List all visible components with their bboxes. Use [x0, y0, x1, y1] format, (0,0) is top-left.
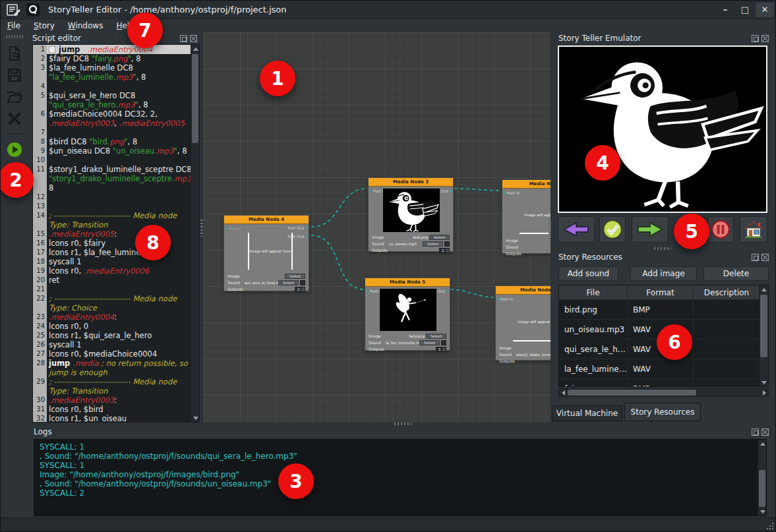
- splitter-left[interactable]: [200, 220, 203, 237]
- home-button[interactable]: [740, 216, 767, 243]
- code-line[interactable]: "qui_sera_le_hero.mp3", 8: [33, 100, 191, 109]
- back-button[interactable]: [558, 216, 595, 243]
- code-line[interactable]: Type: Transition: [33, 220, 191, 229]
- code-line[interactable]: .mediaEntry0003, .mediaEntry0005: [33, 119, 191, 128]
- code-line[interactable]: 7: [33, 128, 191, 137]
- maximize-button[interactable]: □: [736, 3, 754, 17]
- outputs-spinbox[interactable]: 1: [439, 248, 450, 253]
- scroll-thumb[interactable]: [760, 295, 767, 357]
- code-line[interactable]: 3$la_fee_luminelle DC8: [33, 63, 191, 73]
- ok-button[interactable]: [599, 216, 626, 243]
- code-line[interactable]: 2$fairy DC8 "fairy.png", 8: [33, 54, 191, 63]
- code-line[interactable]: 13: [33, 202, 191, 211]
- scroll-thumb[interactable]: [759, 470, 765, 507]
- select-image-button[interactable]: Select: [429, 235, 450, 240]
- sound-play-button[interactable]: [441, 340, 446, 345]
- splitter-bottom[interactable]: [394, 423, 411, 425]
- open-folder-icon[interactable]: [6, 88, 23, 105]
- sound-play-button[interactable]: [300, 280, 305, 285]
- select-sound-button[interactable]: Select: [419, 340, 440, 345]
- table-row[interactable]: fairy.pngBMP: [559, 379, 768, 387]
- splitter-right[interactable]: [549, 220, 551, 237]
- code-line[interactable]: 28jump .media ; no return possible, so a: [33, 359, 191, 368]
- code-line[interactable]: 22; ---------------------------- Media n…: [33, 294, 191, 303]
- menu-windows[interactable]: Windows: [61, 20, 110, 31]
- table-row[interactable]: la_fee_lumine…WAV: [559, 359, 768, 379]
- scroll-up-icon[interactable]: [758, 440, 767, 448]
- code-line[interactable]: "story1_drako_luminelle_sceptre.mp3",: [33, 174, 191, 183]
- float-dock-icon[interactable]: [752, 254, 759, 261]
- code-line[interactable]: 24lcons r0, 0: [33, 322, 191, 331]
- sound-play-button[interactable]: [444, 241, 450, 247]
- emulator-splitter[interactable]: [654, 247, 671, 250]
- outputs-spinbox[interactable]: 1: [436, 347, 446, 352]
- scroll-right-icon[interactable]: [760, 389, 768, 396]
- code-line[interactable]: jump is enough: [33, 368, 191, 377]
- node-graph-canvas[interactable]: Media Node 4 Port In Port Out Port Out I…: [204, 32, 551, 423]
- tab-story-resources[interactable]: Story Resources: [624, 403, 701, 421]
- code-line[interactable]: 9$un_oiseau DC8 "un_oiseau.mp3", 8: [33, 146, 191, 156]
- code-line[interactable]: 23.mediaEntry0004:: [33, 312, 191, 322]
- close-dock-icon[interactable]: [761, 254, 769, 261]
- code-line[interactable]: "la_fee_luminelle.mp3", 8: [33, 73, 191, 82]
- code-line[interactable]: 31lcons r0, $bird: [33, 405, 191, 414]
- code-line[interactable]: Type: Choice: [33, 303, 191, 312]
- media-node-6[interactable]: Media Node 6 Port In Image will appear h…: [495, 285, 551, 361]
- toolbar-drag-handle[interactable]: [6, 35, 23, 38]
- media-node-3[interactable]: Media Node 3 Port In Port Out Image bird…: [368, 177, 454, 252]
- scroll-down-icon[interactable]: [758, 508, 767, 516]
- code-line[interactable]: 25lcons r1, $qui_sera_le_hero: [33, 331, 191, 340]
- column-format[interactable]: Format: [628, 285, 694, 299]
- minimize-button[interactable]: –: [716, 3, 734, 17]
- float-dock-icon[interactable]: [752, 35, 759, 42]
- code-line[interactable]: 29; ---------------------------- Media n…: [33, 377, 191, 386]
- delete-button[interactable]: Delete: [703, 266, 769, 281]
- select-sound-button[interactable]: Select: [423, 241, 443, 247]
- run-icon[interactable]: [6, 141, 23, 158]
- port-out-1[interactable]: Port Out: [287, 225, 307, 230]
- media-node-4[interactable]: Media Node 4 Port In Port Out Port Out I…: [224, 215, 309, 291]
- code-line[interactable]: 21: [33, 285, 191, 294]
- code-line[interactable]: 19lcons r0, .mediaEntry0006: [33, 266, 191, 276]
- logs-scrollbar[interactable]: [758, 440, 766, 516]
- table-hscrollbar[interactable]: [558, 388, 769, 397]
- code-line[interactable]: 5$qui_sera_le_hero DC8: [33, 91, 191, 100]
- code-line[interactable]: 30.mediaEntry0003:: [33, 396, 191, 405]
- scroll-thumb[interactable]: [568, 390, 696, 396]
- close-dock-icon[interactable]: [190, 35, 197, 42]
- select-image-button[interactable]: Select: [426, 334, 446, 339]
- code-line[interactable]: 8$bird DC8 "bird.png", 8: [33, 137, 191, 146]
- code-line[interactable]: 20ret: [33, 276, 191, 285]
- table-row[interactable]: bird.pngBMP: [559, 300, 768, 320]
- scroll-down-icon[interactable]: [191, 414, 200, 422]
- port-in[interactable]: Port In: [504, 191, 520, 195]
- code-line[interactable]: 26syscall 1: [33, 340, 191, 349]
- menu-file[interactable]: File: [1, 20, 27, 31]
- code-line[interactable]: 1jump .mediaEntry0004: [33, 45, 191, 54]
- column-description[interactable]: Description: [694, 285, 760, 299]
- scroll-left-icon[interactable]: [559, 389, 567, 396]
- code-line[interactable]: 8: [33, 183, 191, 192]
- table-vscrollbar[interactable]: [759, 285, 768, 386]
- code-line[interactable]: 32lcons r1, $un_oiseau: [33, 414, 191, 422]
- tab-virtual-machine[interactable]: Virtual Machine: [552, 405, 622, 421]
- code-line[interactable]: 12: [33, 192, 191, 202]
- outputs-spinbox[interactable]: 2: [295, 287, 305, 292]
- log-output[interactable]: SYSCALL: 1, Sound: "/home/anthony/ostpro…: [34, 439, 767, 516]
- save-icon[interactable]: [6, 67, 23, 84]
- resize-grip[interactable]: [764, 520, 773, 529]
- close-dock-icon[interactable]: [761, 429, 769, 436]
- column-file[interactable]: File: [559, 285, 628, 299]
- code-line[interactable]: 10: [33, 156, 191, 165]
- float-dock-icon[interactable]: [752, 429, 759, 436]
- code-line[interactable]: 4: [33, 82, 191, 91]
- new-file-icon[interactable]: [6, 45, 23, 62]
- code-line[interactable]: 18syscall 1: [33, 257, 191, 266]
- close-button[interactable]: ✕: [756, 3, 774, 17]
- select-image-button[interactable]: Select: [285, 274, 305, 279]
- next-button[interactable]: [632, 216, 669, 243]
- scroll-thumb[interactable]: [192, 54, 198, 143]
- float-dock-icon[interactable]: [180, 35, 187, 42]
- scroll-up-icon[interactable]: [191, 45, 200, 53]
- scroll-down-icon[interactable]: [760, 378, 769, 386]
